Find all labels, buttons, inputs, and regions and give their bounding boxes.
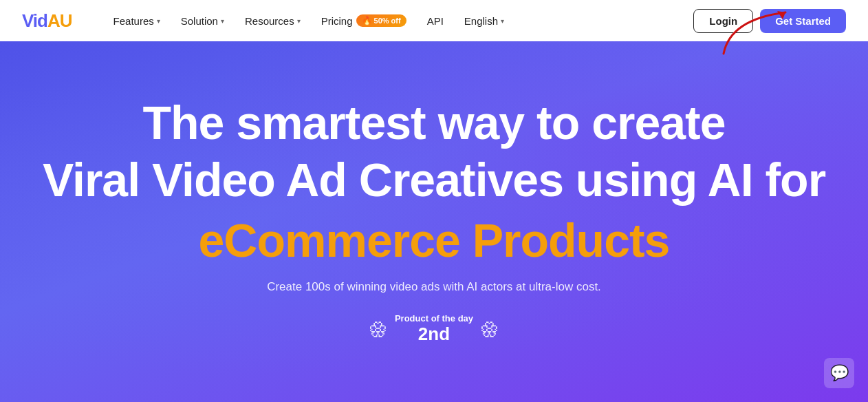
hero-title-line2: Viral Video Ad Creatives using AI for (43, 156, 825, 204)
hero-title-line1: The smartest way to create (142, 98, 725, 147)
hero-subtitle-yellow: eCommerce Products (199, 216, 670, 265)
chat-widget[interactable]: 💬 (824, 358, 854, 388)
svg-marker-0 (777, 11, 785, 19)
pricing-label: Pricing (321, 15, 353, 27)
solution-label: Solution (181, 15, 218, 27)
nav-english[interactable]: English ▾ (456, 11, 512, 31)
hero-content: The smartest way to create Viral Video A… (43, 98, 825, 345)
nav-solution[interactable]: Solution ▾ (173, 11, 232, 31)
product-of-day-label: Product of the day (395, 313, 473, 324)
nav-features[interactable]: Features ▾ (105, 11, 169, 31)
product-rank: 2nd (395, 324, 473, 345)
logo[interactable]: VidAU (22, 10, 72, 32)
features-label: Features (113, 15, 154, 27)
product-badge: 🏵 Product of the day 2nd 🏵 (369, 313, 499, 345)
api-label: API (427, 15, 444, 27)
pricing-badge: 🔥 50% off (356, 14, 406, 27)
fire-icon: 🔥 (362, 16, 372, 25)
chat-icon: 💬 (830, 364, 849, 382)
resources-chevron-icon: ▾ (297, 17, 301, 25)
laurel-right-icon: 🏵 (480, 318, 499, 341)
arrow-annotation (717, 6, 799, 63)
hero-section: The smartest way to create Viral Video A… (0, 41, 868, 402)
nav-resources[interactable]: Resources ▾ (237, 11, 309, 31)
english-chevron-icon: ▾ (501, 17, 504, 25)
resources-label: Resources (245, 15, 294, 27)
hero-description: Create 100s of winning video ads with AI… (267, 280, 601, 294)
features-chevron-icon: ▾ (157, 17, 160, 25)
laurel-left-icon: 🏵 (369, 318, 388, 341)
solution-chevron-icon: ▾ (221, 17, 224, 25)
nav-api[interactable]: API (419, 11, 452, 31)
product-badge-text: Product of the day 2nd (395, 313, 473, 345)
nav-links: Features ▾ Solution ▾ Resources ▾ Pricin… (105, 10, 694, 31)
english-label: English (464, 15, 498, 27)
nav-pricing[interactable]: Pricing 🔥 50% off (313, 10, 415, 31)
